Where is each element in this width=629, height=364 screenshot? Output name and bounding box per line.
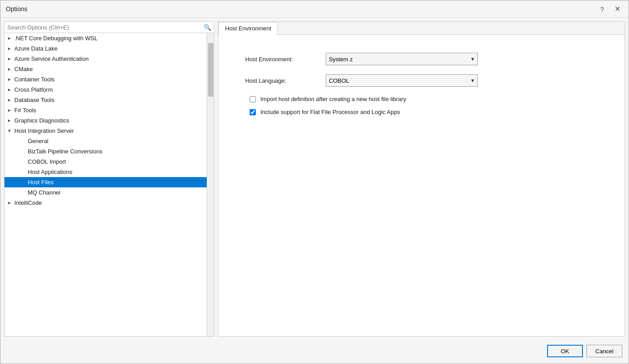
title-bar-buttons: ? ✕ (598, 4, 623, 14)
tree-item-biztalk[interactable]: BizTalk Pipeline Conversions (4, 146, 207, 157)
options-dialog: Options ? ✕ 🔍 ► .NET Core Debugging with… (0, 0, 629, 364)
tree-item-host-applications[interactable]: Host Applications (4, 167, 207, 177)
label-intellicode: IntelliCode (14, 199, 204, 206)
tree-item-azure-data-lake[interactable]: ► Azure Data Lake (4, 43, 207, 54)
label-cross-platform: Cross Platform (14, 86, 204, 93)
label-database-tools: Database Tools (14, 97, 204, 103)
tree-item-database-tools[interactable]: ► Database Tools (4, 95, 207, 105)
tree-item-container-tools[interactable]: ► Container Tools (4, 74, 207, 85)
label-cmake: CMake (14, 66, 204, 72)
tab-content: Host Environment: System z AS/400 OS/390… (218, 35, 625, 336)
ok-button[interactable]: OK (547, 345, 583, 357)
right-panel: Host Environment Host Environment: Syste… (218, 21, 625, 337)
label-mq-channel: MQ Channel (28, 189, 204, 196)
arrow-container-tools: ► (7, 77, 14, 82)
host-environment-row: Host Environment: System z AS/400 OS/390… (245, 53, 607, 65)
arrow-cmake: ► (7, 67, 14, 72)
label-general: General (28, 138, 204, 144)
tree-item-net-core[interactable]: ► .NET Core Debugging with WSL (4, 33, 207, 43)
label-host-applications: Host Applications (28, 169, 204, 175)
arrow-azure-service-auth: ► (7, 56, 14, 61)
label-cobol-import: COBOL Import (28, 158, 204, 165)
tree-wrapper: ► .NET Core Debugging with WSL ► Azure D… (4, 33, 214, 336)
tree-item-cobol-import[interactable]: COBOL Import (4, 157, 207, 167)
arrow-net-core: ► (7, 36, 14, 41)
tree-item-intellicode[interactable]: ► IntelliCode (4, 198, 207, 208)
arrow-azure-data-lake: ► (7, 46, 14, 51)
label-host-files: Host Files (28, 179, 204, 186)
arrow-cross-platform: ► (7, 87, 14, 92)
cancel-button[interactable]: Cancel (586, 345, 622, 357)
tree-item-cross-platform[interactable]: ► Cross Platform (4, 85, 207, 95)
tab-bar: Host Environment (218, 22, 625, 35)
checkbox-flat-file[interactable] (250, 109, 256, 115)
title-bar: Options ? ✕ (0, 0, 629, 18)
host-environment-select[interactable]: System z AS/400 OS/390 (326, 53, 478, 65)
dialog-title: Options (6, 5, 27, 13)
search-input[interactable] (7, 24, 204, 31)
checkbox-import-host-label: Import host definition after creating a … (260, 96, 406, 102)
label-biztalk: BizTalk Pipeline Conversions (28, 148, 204, 155)
arrow-intellicode: ► (7, 200, 14, 205)
arrow-graphics-diagnostics: ► (7, 118, 14, 123)
host-environment-label: Host Environment: (245, 56, 326, 63)
tab-host-environment[interactable]: Host Environment (218, 22, 278, 35)
search-bar: 🔍 (4, 22, 214, 33)
host-language-label: Host Language: (245, 77, 326, 84)
tree-item-cmake[interactable]: ► CMake (4, 64, 207, 74)
host-language-select-wrapper: COBOL RPG PL/I ▼ (326, 74, 478, 87)
checkbox-import-host[interactable] (250, 96, 256, 102)
search-icon: 🔍 (204, 24, 211, 31)
tree-container: ► .NET Core Debugging with WSL ► Azure D… (4, 33, 207, 336)
label-fsharp-tools: F# Tools (14, 107, 204, 114)
checkbox-row-2: Include support for Flat File Processor … (245, 109, 607, 115)
label-graphics-diagnostics: Graphics Diagnostics (14, 117, 204, 124)
arrow-host-integration-server: ▼ (7, 128, 14, 133)
tree-item-general[interactable]: General (4, 136, 207, 146)
close-button[interactable]: ✕ (612, 4, 623, 14)
tree-item-azure-service-auth[interactable]: ► Azure Service Authentication (4, 54, 207, 64)
label-azure-data-lake: Azure Data Lake (14, 45, 204, 52)
left-panel: 🔍 ► .NET Core Debugging with WSL ► Azure… (4, 21, 214, 337)
host-language-select[interactable]: COBOL RPG PL/I (326, 74, 478, 87)
label-host-integration-server: Host Integration Server (14, 127, 204, 134)
tree-item-fsharp-tools[interactable]: ► F# Tools (4, 105, 207, 115)
label-container-tools: Container Tools (14, 76, 204, 83)
tree-item-mq-channel[interactable]: MQ Channel (4, 187, 207, 198)
arrow-database-tools: ► (7, 97, 14, 102)
host-environment-select-wrapper: System z AS/400 OS/390 ▼ (326, 53, 478, 65)
tree-item-host-integration-server[interactable]: ▼ Host Integration Server (4, 126, 207, 136)
label-azure-service-auth: Azure Service Authentication (14, 55, 204, 62)
tree-item-graphics-diagnostics[interactable]: ► Graphics Diagnostics (4, 115, 207, 126)
help-button[interactable]: ? (598, 4, 607, 14)
arrow-fsharp-tools: ► (7, 108, 14, 113)
scrollbar[interactable] (207, 33, 214, 336)
tree-item-host-files[interactable]: Host Files (4, 177, 207, 187)
host-language-row: Host Language: COBOL RPG PL/I ▼ (245, 74, 607, 87)
checkbox-flat-file-label: Include support for Flat File Processor … (260, 109, 400, 115)
label-net-core: .NET Core Debugging with WSL (14, 35, 204, 42)
dialog-footer: OK Cancel (0, 340, 629, 364)
scrollbar-thumb (208, 43, 213, 97)
dialog-body: 🔍 ► .NET Core Debugging with WSL ► Azure… (0, 18, 629, 340)
checkbox-row-1: Import host definition after creating a … (245, 96, 607, 102)
